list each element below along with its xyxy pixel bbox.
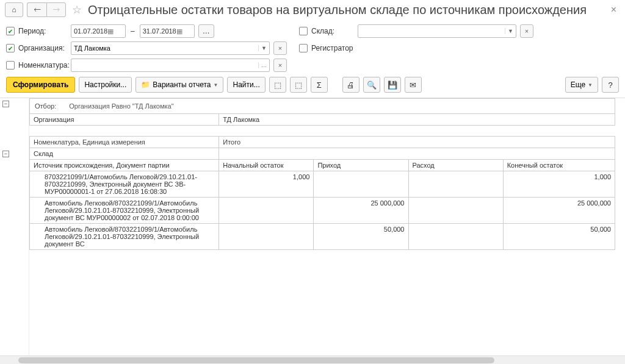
- period-checkbox[interactable]: [6, 27, 15, 35]
- table-row: Автомобиль Легковой/8703221099/1/Автомоб…: [30, 198, 615, 224]
- nomen-checkbox[interactable]: [6, 61, 15, 70]
- save-icon[interactable]: 💾: [384, 77, 401, 93]
- itogo-header: Итого: [219, 137, 615, 148]
- col-prihod: Приход: [314, 160, 408, 171]
- expand-all-icon[interactable]: ⬚: [269, 77, 286, 93]
- org-checkbox[interactable]: [6, 44, 15, 52]
- collapse-toggle[interactable]: −: [2, 101, 9, 107]
- forward-button[interactable]: 🡒: [46, 2, 66, 17]
- settings-button[interactable]: Настройки...: [79, 77, 132, 93]
- chevron-down-icon: ▼: [588, 82, 593, 88]
- sklad-combo[interactable]: ▼: [358, 24, 516, 38]
- table-row: Автомобиль Легковой/8703221099/1/Автомоб…: [30, 224, 615, 250]
- registrator-checkbox[interactable]: [299, 44, 308, 52]
- calendar-icon[interactable]: ▦: [107, 27, 123, 35]
- preview-icon[interactable]: 🔍: [363, 77, 380, 93]
- filter-summary: Отбор: Организация Равно "ТД Лакомка": [30, 99, 615, 114]
- nomen-clear-button[interactable]: ×: [273, 59, 287, 72]
- nomen-label: Номенклатура:: [18, 61, 67, 70]
- source-header: Источник происхождения, Документ партии: [30, 160, 219, 171]
- org-clear-button[interactable]: ×: [273, 41, 287, 55]
- col-kon: Конечный остаток: [503, 160, 615, 171]
- sklad-header: Склад: [30, 148, 219, 160]
- sum-icon[interactable]: Σ: [311, 77, 328, 93]
- ellipsis-icon[interactable]: …: [258, 62, 269, 68]
- close-button[interactable]: ×: [607, 4, 620, 15]
- nomen-header: Номенклатура, Единица измерения: [30, 137, 219, 148]
- horizontal-scrollbar[interactable]: [0, 355, 625, 364]
- nomen-combo[interactable]: …: [71, 59, 270, 72]
- form-button[interactable]: Сформировать: [6, 77, 75, 93]
- sklad-clear-button[interactable]: ×: [520, 24, 533, 38]
- nomen-input[interactable]: [71, 62, 258, 69]
- print-icon[interactable]: 🖨: [342, 77, 359, 93]
- date-to-field[interactable]: 31.07.2018 ▦: [140, 24, 195, 38]
- help-button[interactable]: ?: [602, 77, 619, 93]
- registrator-label: Регистратор: [311, 44, 353, 52]
- col-rashod: Расход: [408, 160, 503, 171]
- home-button[interactable]: ⌂: [5, 2, 23, 17]
- sklad-input[interactable]: [358, 27, 505, 35]
- sklad-label: Склад:: [311, 27, 354, 35]
- chevron-down-icon[interactable]: ▼: [258, 45, 269, 51]
- period-label: Период:: [18, 27, 67, 35]
- favorite-star-icon[interactable]: ☆: [72, 3, 82, 16]
- date-from-field[interactable]: 01.07.2018 ▦: [71, 24, 126, 38]
- report-variants-button[interactable]: 📁 Варианты отчета ▼: [135, 77, 223, 93]
- org-label: Организация:: [18, 44, 67, 52]
- chevron-down-icon: ▼: [214, 82, 219, 88]
- table-row: 8703221099/1/Автомобиль Легковой/29.10.2…: [30, 171, 615, 198]
- org-header-cell: Организация: [30, 114, 219, 126]
- collapse-toggle[interactable]: −: [2, 151, 9, 157]
- period-ellipsis-button[interactable]: …: [198, 24, 214, 38]
- folder-icon: 📁: [141, 80, 150, 89]
- back-button[interactable]: 🡐: [27, 2, 46, 17]
- calendar-icon[interactable]: ▦: [176, 27, 192, 35]
- chevron-down-icon[interactable]: ▼: [505, 28, 516, 34]
- org-input[interactable]: [71, 45, 258, 52]
- collapse-all-icon[interactable]: ⬚: [290, 77, 307, 93]
- org-combo[interactable]: ▼: [71, 41, 270, 55]
- more-button[interactable]: Еще ▼: [565, 77, 598, 93]
- sklad-checkbox[interactable]: [299, 27, 308, 35]
- mail-icon[interactable]: ✉: [405, 77, 422, 93]
- org-value-cell: ТД Лакомка: [219, 114, 615, 126]
- col-nach: Начальный остаток: [219, 160, 314, 171]
- page-title: Отрицательные остатки товаров на виртуал…: [88, 3, 604, 17]
- find-button[interactable]: Найти...: [227, 77, 265, 93]
